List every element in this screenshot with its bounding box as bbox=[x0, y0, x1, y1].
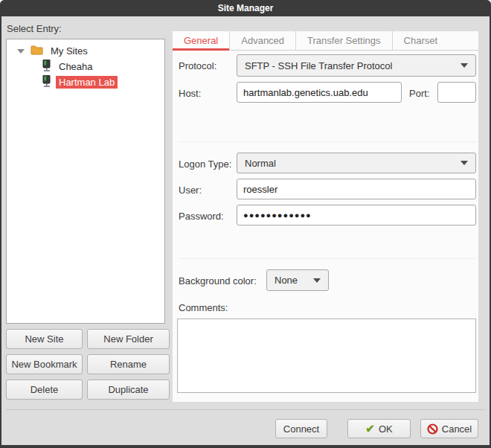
background-color-dropdown[interactable]: None bbox=[266, 269, 329, 291]
new-site-button[interactable]: New Site bbox=[6, 329, 83, 349]
password-label: Password: bbox=[179, 211, 224, 222]
separator bbox=[179, 258, 476, 259]
tree-item-hartman-lab[interactable]: Hartman Lab bbox=[56, 76, 118, 89]
rename-button[interactable]: Rename bbox=[87, 354, 170, 374]
folder-icon bbox=[31, 45, 43, 57]
cancel-button[interactable]: Cancel bbox=[420, 419, 478, 438]
new-folder-button[interactable]: New Folder bbox=[87, 329, 170, 349]
site-tree[interactable]: My Sites Cheaha bbox=[6, 39, 165, 324]
tab-panel: General Advanced Transfer Settings Chars… bbox=[173, 31, 478, 402]
ok-button[interactable]: ✔ OK bbox=[347, 419, 411, 438]
tab-advanced[interactable]: Advanced bbox=[230, 31, 296, 50]
tab-general[interactable]: General bbox=[173, 31, 230, 50]
new-bookmark-button[interactable]: New Bookmark bbox=[6, 354, 83, 374]
duplicate-button[interactable]: Duplicate bbox=[87, 380, 170, 400]
port-input[interactable] bbox=[437, 82, 476, 103]
tabbar: General Advanced Transfer Settings Chars… bbox=[173, 31, 478, 51]
tree-row-my-sites[interactable]: My Sites bbox=[7, 43, 164, 59]
tree-item-my-sites[interactable]: My Sites bbox=[48, 45, 91, 57]
footer-separator bbox=[6, 409, 485, 410]
delete-button[interactable]: Delete bbox=[6, 380, 83, 400]
protocol-value: SFTP - SSH File Transfer Protocol bbox=[245, 60, 392, 71]
chevron-down-icon bbox=[313, 278, 321, 283]
host-input[interactable] bbox=[237, 82, 402, 103]
tab-transfer-settings[interactable]: Transfer Settings bbox=[296, 31, 393, 50]
logon-type-dropdown[interactable]: Normal bbox=[237, 153, 476, 173]
background-color-value: None bbox=[275, 275, 298, 286]
titlebar[interactable]: Site Manager bbox=[0, 0, 491, 16]
comments-label: Comments: bbox=[179, 302, 228, 313]
check-icon: ✔ bbox=[365, 422, 375, 435]
user-label: User: bbox=[179, 185, 202, 196]
separator bbox=[179, 141, 476, 142]
comments-textarea[interactable] bbox=[177, 319, 476, 393]
prohibition-icon bbox=[427, 423, 438, 435]
connect-button[interactable]: Connect bbox=[275, 419, 327, 438]
chevron-down-icon bbox=[460, 161, 468, 165]
expander-down-icon[interactable] bbox=[17, 49, 25, 54]
user-input[interactable] bbox=[237, 179, 476, 199]
password-input[interactable] bbox=[237, 205, 476, 225]
host-label: Host: bbox=[179, 88, 201, 99]
logon-type-label: Logon Type: bbox=[179, 159, 231, 170]
port-label: Port: bbox=[409, 88, 429, 99]
chevron-down-icon bbox=[460, 63, 468, 68]
cancel-button-label: Cancel bbox=[442, 423, 472, 435]
ok-button-label: OK bbox=[379, 423, 393, 435]
server-icon bbox=[42, 75, 51, 90]
window-title: Site Manager bbox=[218, 3, 274, 13]
server-icon bbox=[42, 60, 51, 74]
protocol-label: Protocol: bbox=[179, 60, 216, 71]
protocol-dropdown[interactable]: SFTP - SSH File Transfer Protocol bbox=[237, 54, 476, 77]
tab-charset[interactable]: Charset bbox=[393, 31, 449, 50]
tree-row-hartman-lab[interactable]: Hartman Lab bbox=[7, 74, 164, 90]
tree-item-cheaha[interactable]: Cheaha bbox=[56, 60, 96, 73]
select-entry-label: Select Entry: bbox=[7, 23, 62, 34]
site-manager-dialog: Site Manager Select Entry: My Sites C bbox=[0, 0, 491, 448]
tree-row-cheaha[interactable]: Cheaha bbox=[7, 59, 164, 74]
background-color-label: Background color: bbox=[179, 275, 257, 287]
logon-type-value: Normal bbox=[245, 158, 276, 169]
